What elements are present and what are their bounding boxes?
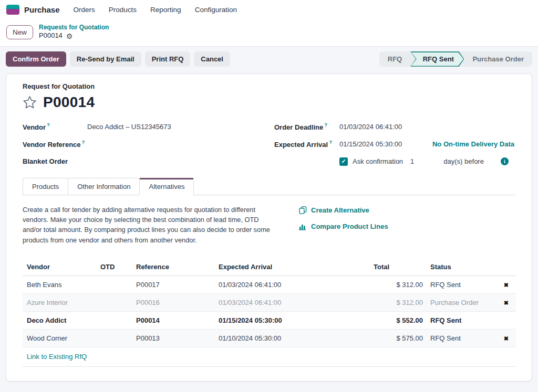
bar-chart-icon	[299, 223, 307, 230]
notebook-tabs: Products Other Information Alternatives	[23, 178, 515, 195]
record-type-label: Request for Quotation	[23, 82, 515, 90]
order-deadline-value[interactable]: 01/03/2024 06:41:00	[339, 123, 402, 131]
remove-row-icon[interactable]: ✖	[504, 282, 509, 288]
copy-icon	[299, 206, 307, 214]
tab-products[interactable]: Products	[23, 178, 68, 195]
help-icon[interactable]: ?	[47, 122, 50, 128]
row-total: $ 552.00	[396, 316, 423, 324]
table-footer: Link to Existing RfQ	[23, 347, 515, 367]
stage-rfq[interactable]: RFQ	[379, 51, 410, 67]
favorite-star-icon[interactable]	[23, 96, 37, 109]
ask-confirmation-label: Ask confirmation	[353, 157, 403, 165]
alternatives-table: Vendor OTD Reference Expected Arrival To…	[23, 260, 516, 347]
remove-row-icon[interactable]: ✖	[504, 300, 509, 306]
field-vendor-reference: Vendor Reference?	[23, 135, 252, 153]
field-vendor: Vendor? Deco Addict – US12345673	[23, 118, 252, 135]
vendor-value[interactable]: Deco Addict – US12345673	[87, 123, 171, 131]
col-header-status[interactable]: Status	[423, 260, 493, 276]
field-ask-confirmation: ✓ Ask confirmation 1 day(s) before i	[274, 153, 515, 170]
on-time-delivery-link[interactable]: No On-time Delivery Data	[432, 140, 514, 148]
table-row[interactable]: Deco Addict P00014 01/15/2024 05:30:00 $…	[23, 311, 516, 329]
col-header-expected-arrival[interactable]: Expected Arrival	[212, 260, 374, 276]
confirm-order-button[interactable]: Confirm Order	[6, 51, 66, 67]
menu-orders[interactable]: Orders	[74, 6, 95, 14]
row-expected-arrival: 01/03/2024 06:41:00	[219, 281, 281, 289]
row-reference: P00013	[136, 334, 160, 342]
info-icon[interactable]: i	[501, 157, 509, 165]
expected-arrival-value[interactable]: 01/15/2024 05:30:00	[339, 140, 402, 148]
actions-row: Confirm Order Re-Send by Email Print RFQ…	[6, 47, 532, 70]
row-status: Purchase Order	[430, 299, 479, 306]
alternatives-description: Create a call for tender by adding alter…	[23, 205, 274, 245]
fields-grid: Vendor? Deco Addict – US12345673 Vendor …	[23, 118, 515, 170]
expected-arrival-label: Expected Arrival	[274, 141, 328, 149]
record-title: P00014	[43, 94, 95, 111]
menu-products[interactable]: Products	[109, 6, 137, 14]
app-name[interactable]: Purchase	[24, 5, 60, 14]
app-switcher[interactable]: Purchase	[6, 5, 60, 15]
row-total: $ 312.00	[396, 299, 423, 306]
remove-row-icon[interactable]: ✖	[504, 335, 509, 342]
table-row[interactable]: Beth Evans P00017 01/03/2024 06:41:00 $ …	[23, 276, 516, 293]
col-header-vendor[interactable]: Vendor	[23, 260, 100, 276]
compare-product-lines-link[interactable]: Compare Product Lines	[299, 223, 388, 230]
row-expected-arrival: 01/03/2024 06:41:00	[219, 299, 281, 306]
row-reference: P00014	[136, 316, 160, 324]
help-icon[interactable]: ?	[82, 139, 85, 145]
col-header-total[interactable]: Total	[374, 260, 423, 276]
stage-rfq-sent-label: RFQ Sent	[423, 55, 454, 63]
form-sheet: Request for Quotation P00014 Vendor? Dec…	[6, 73, 532, 382]
help-icon[interactable]: ?	[329, 139, 332, 145]
top-menu: Orders Products Reporting Configuration	[74, 6, 237, 14]
breadcrumb-current: P00014	[39, 31, 63, 40]
col-header-otd[interactable]: OTD	[100, 260, 128, 276]
row-vendor: Azure Interior	[27, 299, 68, 306]
row-vendor: Wood Corner	[27, 334, 67, 342]
row-status: RFQ Sent	[430, 334, 461, 342]
field-blanket-order: Blanket Order	[23, 153, 252, 170]
alternatives-tab-content: Create a call for tender by adding alter…	[23, 205, 515, 245]
link-to-existing-rfq[interactable]: Link to Existing RfQ	[27, 353, 87, 361]
cancel-button[interactable]: Cancel	[194, 51, 230, 67]
vendor-reference-label: Vendor Reference	[23, 141, 81, 149]
menu-reporting[interactable]: Reporting	[150, 6, 181, 14]
menu-configuration[interactable]: Configuration	[195, 6, 237, 14]
ask-confirmation-checkbox[interactable]: ✓	[339, 157, 348, 166]
breadcrumb: Requests for Quotation P00014 ⚙	[39, 24, 109, 40]
statusbar: RFQ RFQ Sent Purchase Order	[379, 51, 532, 67]
tab-alternatives[interactable]: Alternatives	[139, 178, 194, 195]
col-header-reference[interactable]: Reference	[128, 260, 212, 276]
purchase-app-icon	[6, 5, 19, 15]
row-vendor: Deco Addict	[27, 316, 66, 324]
resend-by-email-button[interactable]: Re-Send by Email	[70, 51, 141, 67]
field-order-deadline: Order Deadline? 01/03/2024 06:41:00	[274, 118, 515, 135]
vendor-label: Vendor	[23, 123, 46, 131]
print-rfq-button[interactable]: Print RFQ	[145, 51, 191, 67]
control-panel: New Requests for Quotation P00014 ⚙	[0, 19, 538, 46]
confirmation-days-input[interactable]: 1	[410, 157, 414, 165]
main-area: Confirm Order Re-Send by Email Print RFQ…	[0, 47, 538, 392]
table-row[interactable]: Azure Interior P00016 01/03/2024 06:41:0…	[23, 293, 516, 311]
table-header-row: Vendor OTD Reference Expected Arrival To…	[23, 260, 516, 276]
stage-purchase-order[interactable]: Purchase Order	[464, 51, 532, 67]
blanket-order-label: Blanket Order	[23, 157, 68, 165]
row-total: $ 312.00	[396, 281, 423, 289]
row-vendor: Beth Evans	[27, 281, 62, 289]
help-icon[interactable]: ?	[324, 122, 327, 128]
alternatives-table-body: Beth Evans P00017 01/03/2024 06:41:00 $ …	[23, 276, 516, 347]
tab-other-information[interactable]: Other Information	[68, 178, 140, 195]
row-total: $ 575.00	[396, 334, 423, 342]
days-before-label: day(s) before	[443, 157, 484, 165]
field-expected-arrival: Expected Arrival? 01/15/2024 05:30:00 No…	[274, 135, 515, 153]
gear-icon[interactable]: ⚙	[66, 33, 73, 40]
row-expected-arrival: 01/15/2024 05:30:00	[219, 316, 282, 324]
row-status: RFQ Sent	[430, 281, 461, 289]
row-reference: P00016	[136, 299, 160, 306]
create-alternative-link[interactable]: Create Alternative	[299, 206, 388, 214]
table-row[interactable]: Wood Corner P00013 01/10/2024 05:30:00 $…	[23, 329, 516, 347]
new-button[interactable]: New	[6, 25, 33, 39]
row-expected-arrival: 01/10/2024 05:30:00	[219, 334, 281, 342]
breadcrumb-parent-link[interactable]: Requests for Quotation	[39, 24, 109, 31]
row-status: RFQ Sent	[430, 316, 461, 324]
stage-rfq-sent[interactable]: RFQ Sent	[410, 51, 464, 67]
